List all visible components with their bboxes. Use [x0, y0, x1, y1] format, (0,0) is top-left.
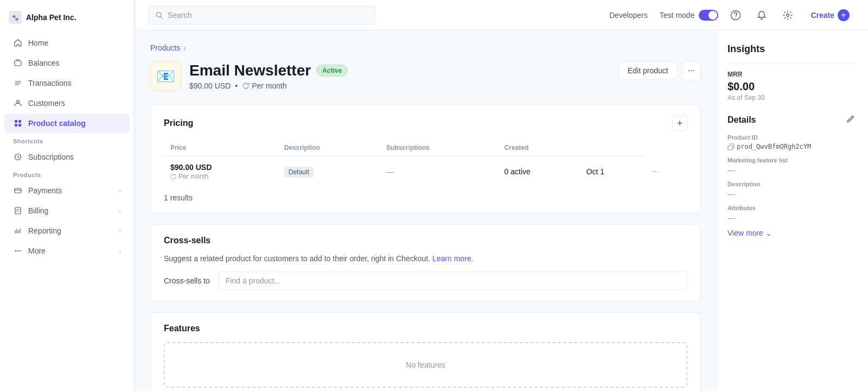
description-label: Description	[727, 181, 857, 187]
product-subtitle: $90.00 USD • Per month	[189, 81, 348, 90]
cross-sells-description: Suggest a related product for customers …	[164, 254, 687, 263]
create-button[interactable]: Create +	[805, 6, 855, 24]
more-icon	[13, 246, 23, 256]
sidebar-item-balances[interactable]: Balances	[4, 53, 130, 73]
pricing-section-header: Pricing +	[164, 116, 687, 131]
sidebar-item-transactions[interactable]: Transactions	[4, 73, 130, 93]
product-header: 📧 Email Newsletter Active $90.00 USD • P…	[150, 61, 701, 91]
results-count: 1 results	[164, 193, 687, 202]
col-subscriptions: Subscriptions	[380, 140, 498, 156]
search-icon	[155, 11, 163, 20]
help-button[interactable]	[727, 7, 744, 24]
price-amount: $90.00 USD	[170, 163, 271, 172]
svg-rect-6	[15, 124, 17, 127]
clock-icon	[13, 152, 23, 162]
chevron-down-icon: ›	[119, 187, 121, 194]
product-title-text: Email Newsletter Active $90.00 USD • Per…	[189, 62, 348, 90]
sidebar-item-label: Payments	[28, 186, 62, 195]
sidebar-item-customers[interactable]: Customers	[4, 93, 130, 113]
svg-point-16	[736, 17, 737, 18]
breadcrumb: Products ›	[150, 43, 701, 52]
sidebar-item-label: Transactions	[28, 79, 72, 87]
main-content: Products › 📧 Email Newsletter Active $90…	[135, 30, 716, 391]
search-input[interactable]	[168, 11, 368, 20]
right-panel: Insights MRR $0.00 As of Sep 30 Details …	[716, 30, 868, 391]
header: Developers Test mode Create +	[135, 0, 868, 30]
subscriptions-cell: 0 active	[498, 156, 580, 187]
app-logo: 🐾 Alpha Pet Inc.	[0, 7, 134, 33]
svg-point-15	[731, 10, 741, 20]
col-created: Created	[498, 140, 580, 156]
edit-details-button[interactable]	[844, 112, 857, 128]
header-actions: Developers Test mode Create +	[606, 6, 855, 24]
transactions-icon	[13, 78, 23, 88]
content-area: Products › 📧 Email Newsletter Active $90…	[135, 30, 868, 391]
features-title: Features	[164, 324, 200, 333]
attributes-value: —	[727, 213, 857, 222]
sidebar-item-subscriptions[interactable]: Subscriptions	[4, 147, 130, 167]
cross-sells-header: Cross-sells	[164, 236, 687, 245]
products-label: Products	[0, 167, 134, 180]
edit-product-button[interactable]: Edit product	[618, 61, 678, 80]
search-bar[interactable]	[148, 6, 375, 24]
sidebar-item-billing[interactable]: Billing ›	[4, 201, 130, 220]
features-section: Features No features	[150, 312, 701, 391]
learn-more-link[interactable]: Learn more.	[432, 254, 473, 263]
add-pricing-button[interactable]: +	[672, 116, 687, 131]
view-more-link[interactable]: View more ⌄	[727, 229, 857, 237]
product-title-section: 📧 Email Newsletter Active $90.00 USD • P…	[150, 61, 348, 91]
svg-point-17	[787, 14, 789, 16]
developers-button[interactable]: Developers	[606, 8, 651, 23]
payments-icon	[13, 186, 23, 195]
product-header-actions: Edit product ···	[618, 61, 701, 80]
row-menu-button[interactable]: ···	[652, 167, 659, 176]
details-title: Details	[727, 115, 756, 125]
sidebar-nav: Home Balances Transactions Customers Pro…	[0, 33, 134, 384]
sidebar-item-payments[interactable]: Payments ›	[4, 181, 130, 200]
row-menu-cell[interactable]: ···	[645, 156, 687, 187]
chevron-down-icon: ›	[119, 248, 121, 254]
copy-icon	[727, 143, 735, 150]
cross-sells-label: Cross-sells to	[164, 276, 210, 285]
more-options-button[interactable]: ···	[682, 61, 701, 80]
billing-icon	[13, 206, 23, 216]
pricing-table-header-row: Price Description Subscriptions Created	[164, 140, 687, 156]
sidebar-item-home[interactable]: Home	[4, 33, 130, 53]
sidebar-item-label: Customers	[28, 99, 65, 108]
sidebar-item-more[interactable]: More ›	[4, 241, 130, 261]
default-badge-cell: Default	[278, 156, 380, 187]
test-mode-switch[interactable]	[699, 10, 718, 21]
sidebar-item-label: Balances	[28, 59, 60, 67]
svg-rect-2	[15, 61, 21, 66]
pricing-section: Pricing + Price Description Subscription…	[150, 104, 701, 213]
mrr-label: MRR	[727, 71, 857, 78]
svg-rect-18	[728, 146, 732, 150]
insights-title: Insights	[727, 43, 857, 55]
product-id-value: prod_QwvBfmQRgh2cYM	[727, 143, 857, 150]
chevron-down-icon: ›	[119, 228, 121, 234]
no-features-label: No features	[406, 361, 445, 369]
features-header: Features	[164, 324, 687, 333]
col-description: Description	[278, 140, 380, 156]
features-empty-state: No features	[164, 342, 687, 388]
cross-sells-input[interactable]	[219, 272, 687, 290]
sidebar-item-label: Subscriptions	[28, 153, 74, 161]
svg-point-13	[20, 250, 21, 251]
reporting-icon	[13, 226, 23, 236]
sidebar-item-label: Billing	[28, 206, 48, 215]
svg-rect-4	[15, 120, 17, 123]
product-id-label: Product ID	[727, 134, 857, 141]
cross-sells-section: Cross-sells Suggest a related product fo…	[150, 224, 701, 301]
pencil-icon	[846, 115, 855, 123]
sidebar-item-product-catalog[interactable]: Product catalog	[4, 113, 130, 133]
details-header: Details	[727, 112, 857, 128]
cross-sells-title: Cross-sells	[164, 236, 210, 245]
sidebar-item-label: Product catalog	[28, 119, 86, 128]
sidebar-item-reporting[interactable]: Reporting ›	[4, 221, 130, 241]
toggle-knob	[709, 11, 717, 20]
settings-button[interactable]	[779, 7, 796, 24]
notifications-button[interactable]	[753, 7, 770, 24]
table-row: $90.00 USD Per month Default — 0 active	[164, 156, 687, 187]
svg-rect-7	[18, 124, 21, 127]
breadcrumb-products-link[interactable]: Products	[150, 43, 180, 52]
